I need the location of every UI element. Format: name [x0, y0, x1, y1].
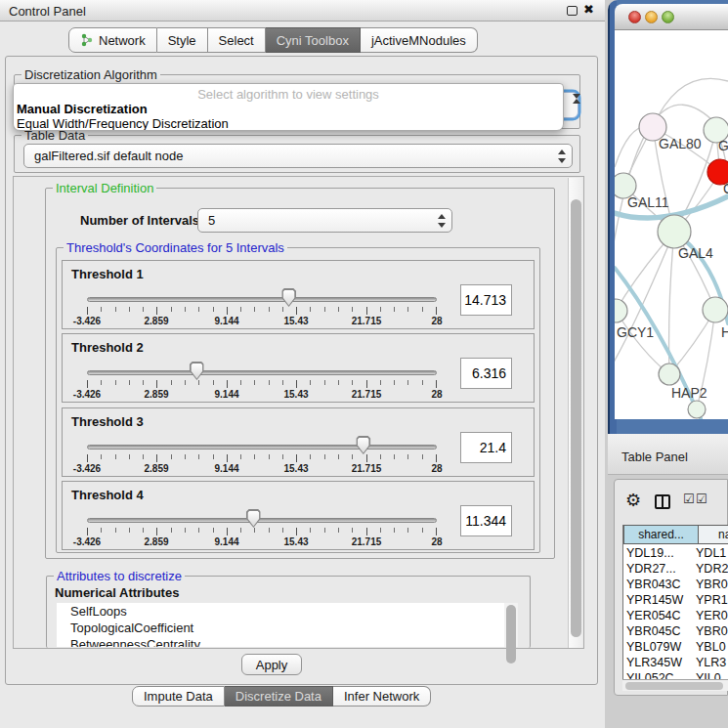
app-root: Control Panel ✖ Network Style Select Cyn… [0, 0, 728, 728]
threshold-3-slider[interactable] [87, 442, 437, 451]
column-header-shared-name[interactable]: shared... [623, 525, 699, 544]
tab-impute-data[interactable]: Impute Data [132, 686, 225, 707]
zoom-window-icon[interactable] [662, 11, 674, 23]
stepper-icon [437, 214, 446, 228]
threshold-coordinates-title: Threshold's Coordinates for 5 Intervals [64, 240, 287, 255]
list-scrollbar[interactable] [504, 603, 518, 647]
dropdown-option-equal-width[interactable]: Equal Width/Frequency Discretization [17, 116, 229, 131]
table-data-combobox[interactable]: galFiltered.sif default node [23, 144, 573, 168]
table-row[interactable]: YBR045CYBR0 [623, 624, 728, 640]
slider-handle[interactable] [190, 362, 204, 380]
threshold-4-slider[interactable] [87, 515, 437, 525]
vertical-scrollbar[interactable] [568, 178, 582, 649]
threshold-2-slider[interactable] [87, 367, 437, 377]
number-of-intervals-value: 5 [208, 213, 215, 228]
checkbox-icon[interactable]: ☑ [683, 492, 695, 505]
threshold-4-label: Threshold 4 [71, 488, 144, 502]
panel-title: Control Panel [9, 4, 86, 19]
attributes-group-title: Attributes to discretize [54, 569, 185, 583]
table-header-row: shared... na [623, 525, 728, 544]
major-ticks [87, 307, 438, 315]
table-row[interactable]: YDL19...YDL1 [623, 546, 728, 562]
number-of-intervals-label: Number of Intervals [80, 213, 199, 228]
tab-discretize-data[interactable]: Discretize Data [225, 686, 333, 707]
horizontal-scrollbar[interactable] [622, 679, 728, 691]
table-row[interactable]: YLR345WYLR3 [623, 656, 728, 671]
node-table: shared... na YDL19...YDL1 YDR27...YDR2 Y… [622, 525, 728, 681]
node-h[interactable] [703, 297, 728, 322]
tab-style[interactable]: Style [157, 27, 208, 53]
table-row[interactable]: YBR043CYBR0 [623, 578, 728, 593]
node-gcy1[interactable] [615, 299, 627, 322]
threshold-1-value-field[interactable]: 14.713 [460, 284, 512, 316]
threshold-1-label: Threshold 1 [71, 267, 144, 281]
table-panel-body: ⚙ ☑ ☑ shared... na YDL19...YDL1 YDR27...… [614, 479, 728, 696]
svg-text:C: C [723, 181, 728, 196]
slider-track[interactable] [87, 518, 437, 523]
svg-text:HAP2: HAP2 [671, 385, 707, 401]
stepper-icon [557, 150, 566, 163]
table-row[interactable]: YBL079WYBL0 [623, 640, 728, 656]
threshold-1-panel: Threshold 1 -3.426 2.859 9.144 15.43 21.… [62, 260, 535, 329]
network-window-titlebar [615, 4, 728, 30]
slider-track[interactable] [87, 445, 437, 450]
table-row[interactable]: YDR27...YDR2 [623, 562, 728, 578]
close-icon[interactable]: ✖ [583, 2, 594, 17]
numerical-attributes-label: Numerical Attributes [55, 585, 179, 600]
column-layout-icon[interactable] [655, 494, 670, 509]
control-panel-titlebar: Control Panel [0, 0, 608, 21]
table-row[interactable]: YER054CYER0 [623, 609, 728, 624]
threshold-1-slider[interactable] [87, 294, 437, 304]
tab-network[interactable]: Network [68, 27, 157, 53]
node-partial[interactable] [688, 401, 706, 418]
tab-network-label: Network [99, 33, 146, 48]
close-window-icon[interactable] [628, 11, 641, 23]
slider-handle[interactable] [356, 436, 370, 454]
slider-track[interactable] [87, 370, 437, 375]
table-row[interactable]: YPR145WYPR1 [623, 593, 728, 609]
threshold-4-panel: Threshold 4 -3.426 2.859 9.144 15.43 21.… [62, 481, 535, 550]
threshold-3-label: Threshold 3 [71, 414, 144, 429]
threshold-3-panel: Threshold 3 -3.426 2.859 9.144 15.43 21.… [62, 407, 535, 477]
svg-text:H: H [721, 324, 728, 340]
tab-cyni-toolbox[interactable]: Cyni Toolbox [266, 27, 361, 53]
threshold-4-value-field[interactable]: 11.344 [460, 505, 512, 536]
number-of-intervals-combobox[interactable]: 5 [197, 208, 452, 233]
svg-text:GAL80: GAL80 [659, 136, 702, 151]
column-header-name[interactable]: na [699, 525, 728, 544]
dropdown-placeholder-option[interactable]: Select algorithm to view settings [14, 87, 563, 102]
node-hap2[interactable] [659, 364, 680, 385]
list-item[interactable]: TopologicalCoefficient [57, 620, 518, 636]
slider-track[interactable] [87, 297, 437, 302]
discretization-algorithm-title: Discretization Algorithm [21, 67, 160, 82]
svg-text:GAL11: GAL11 [627, 194, 669, 210]
apply-button[interactable]: Apply [241, 654, 302, 675]
tab-select[interactable]: Select [208, 27, 266, 53]
network-view-canvas[interactable]: GAL80 GA C GAL11 GAL4 GCY1 H HAP2 [615, 30, 728, 419]
threshold-2-value-field[interactable]: 6.316 [460, 358, 512, 389]
svg-text:GCY1: GCY1 [617, 324, 654, 340]
list-item[interactable]: SelfLoops [57, 603, 518, 620]
checkbox-icon[interactable]: ☑ [696, 492, 707, 505]
float-panel-icon[interactable] [567, 6, 578, 16]
scrollbar-thumb[interactable] [625, 682, 723, 690]
minimize-window-icon[interactable] [645, 11, 658, 23]
top-tab-bar: Network Style Select Cyni Toolbox jActiv… [68, 27, 478, 53]
tab-jactivemnodules[interactable]: jActiveMNodules [361, 27, 478, 53]
node-gal4[interactable] [658, 215, 691, 248]
scrollbar-thumb[interactable] [571, 199, 581, 637]
tab-infer-network[interactable]: Infer Network [333, 686, 431, 707]
threshold-2-label: Threshold 2 [71, 340, 144, 355]
table-panel-title: Table Panel [621, 450, 688, 464]
table-panel-header: Table Panel [608, 434, 728, 475]
list-item[interactable]: BetweennessCentrality [57, 636, 518, 647]
gear-icon[interactable]: ⚙ [625, 492, 641, 509]
threshold-3-value-field[interactable]: 21.4 [460, 432, 512, 463]
threshold-2-panel: Threshold 2 -3.426 2.859 9.144 15.43 21.… [62, 333, 535, 403]
numerical-attributes-list: SelfLoops TopologicalCoefficient Between… [57, 603, 518, 647]
slider-handle[interactable] [281, 288, 296, 307]
dropdown-option-manual[interactable]: Manual Discretization [17, 102, 148, 116]
algorithm-dropdown-popup: Select algorithm to view settings Manual… [13, 83, 564, 131]
slider-handle[interactable] [246, 509, 261, 528]
svg-text:GA: GA [718, 138, 728, 153]
